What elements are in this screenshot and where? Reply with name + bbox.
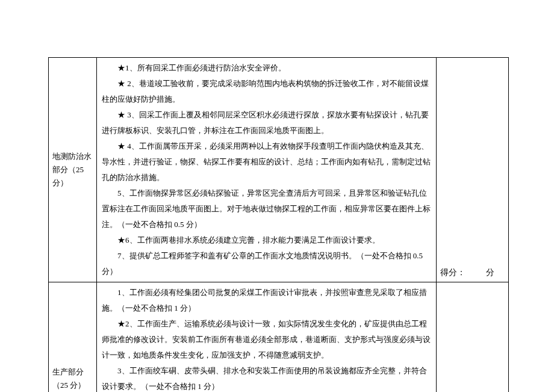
list-item: ★ 3、回采工作面上覆及相邻同层采空区积水必须进行探放，探放水要有钻探设计，钻孔… (102, 107, 431, 138)
section-label: 地测防治水部分（25 分） (49, 58, 97, 282)
list-item: ★ 4、工作面属带压开采，必须采用两种以上有效物探手段查明工作面内隐伏构造及其充… (102, 138, 431, 185)
assessment-table: 地测防治水部分（25 分） ★1、所有回采工作面必须进行防治水安全评价。 ★ 2… (48, 57, 509, 392)
score-cell: 得分： 分 (437, 282, 509, 393)
section-content: ★1、所有回采工作面必须进行防治水安全评价。 ★ 2、巷道竣工验收前，要完成采动… (97, 58, 437, 282)
score-unit: 分 (486, 267, 494, 278)
list-item: ★1、所有回采工作面必须进行防治水安全评价。 (102, 60, 431, 76)
table-row: 地测防治水部分（25 分） ★1、所有回采工作面必须进行防治水安全评价。 ★ 2… (49, 58, 509, 282)
list-item: 5、工作面物探异常区必须钻探验证，异常区完全查清后方可回采，且异常区和验证钻孔位… (102, 185, 431, 232)
table-row: 生产部分（25 分） 1、工作面必须有经集团公司批复的采煤工作面设计审批表，并按… (49, 282, 509, 393)
list-item: 1、工作面必须有经集团公司批复的采煤工作面设计审批表，并按照审查意见采取了相应措… (102, 285, 431, 316)
section-content: 1、工作面必须有经集团公司批复的采煤工作面设计审批表，并按照审查意见采取了相应措… (97, 282, 437, 393)
list-item: ★ 2、巷道竣工验收前，要完成采动影响范围内地表构筑物的拆迁验收工作，对不能留设… (102, 76, 431, 107)
score-cell: 得分： 分 (437, 58, 509, 282)
list-item: ★2、工作面生产、运输系统必须与设计一致，如实际情况发生变化的，矿应提供由总工程… (102, 316, 431, 363)
list-item: ★6、工作面两巷排水系统必须建立完善，排水能力要满足工作面设计要求。 (102, 232, 431, 248)
list-item: 7、提供矿总工程师签字和盖有矿公章的工作面水文地质情况说明书。（一处不合格扣 0… (102, 248, 431, 279)
list-item: 3、工作面绞车硐、皮带头硐、排水仓和安装工作面使用的吊装设施都应齐全完整，并符合… (102, 363, 431, 392)
section-label: 生产部分（25 分） (49, 282, 97, 393)
score-label: 得分： (440, 267, 465, 278)
